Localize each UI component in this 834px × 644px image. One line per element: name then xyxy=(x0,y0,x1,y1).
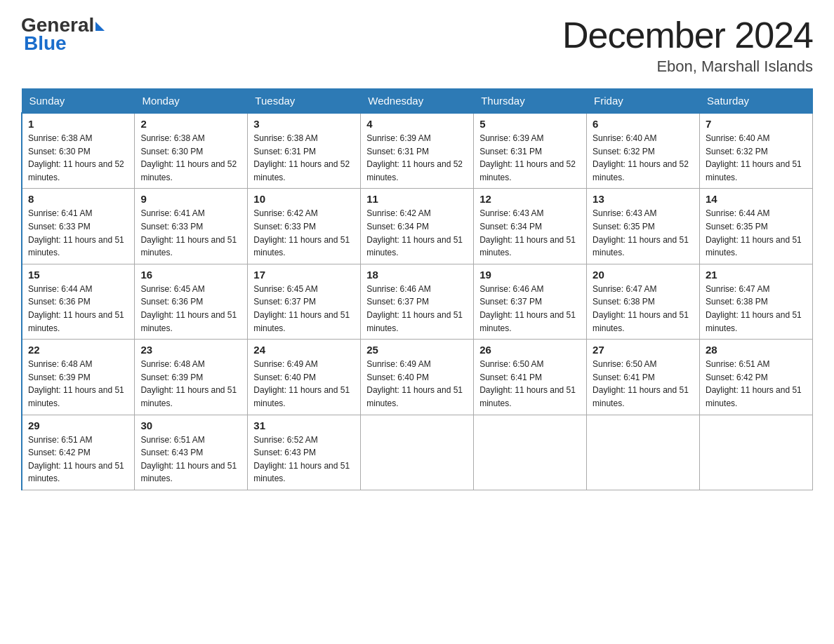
table-row xyxy=(700,415,813,490)
day-number: 29 xyxy=(28,420,128,431)
day-number: 12 xyxy=(479,193,581,205)
day-number: 14 xyxy=(706,193,807,205)
table-row: 9Sunrise: 6:41 AMSunset: 6:33 PMDaylight… xyxy=(135,189,248,264)
day-info: Sunrise: 6:49 AMSunset: 6:40 PMDaylight:… xyxy=(366,358,468,410)
table-row: 27Sunrise: 6:50 AMSunset: 6:41 PMDayligh… xyxy=(587,340,700,415)
page-header: General Blue December 2024 Ebon, Marshal… xyxy=(21,14,813,76)
day-info: Sunrise: 6:46 AMSunset: 6:37 PMDaylight:… xyxy=(479,283,581,335)
day-number: 6 xyxy=(593,118,694,130)
table-row: 29Sunrise: 6:51 AMSunset: 6:42 PMDayligh… xyxy=(22,415,135,490)
table-row: 8Sunrise: 6:41 AMSunset: 6:33 PMDaylight… xyxy=(22,189,135,264)
col-saturday: Saturday xyxy=(700,89,813,114)
day-info: Sunrise: 6:52 AMSunset: 6:43 PMDaylight:… xyxy=(253,434,355,485)
calendar-week-row: 1Sunrise: 6:38 AMSunset: 6:30 PMDaylight… xyxy=(22,113,813,189)
day-info: Sunrise: 6:50 AMSunset: 6:41 PMDaylight:… xyxy=(593,358,694,410)
calendar-week-row: 29Sunrise: 6:51 AMSunset: 6:42 PMDayligh… xyxy=(22,415,813,490)
day-info: Sunrise: 6:43 AMSunset: 6:34 PMDaylight:… xyxy=(479,207,581,259)
day-info: Sunrise: 6:48 AMSunset: 6:39 PMDaylight:… xyxy=(140,358,241,410)
table-row: 16Sunrise: 6:45 AMSunset: 6:36 PMDayligh… xyxy=(135,264,248,339)
day-info: Sunrise: 6:44 AMSunset: 6:36 PMDaylight:… xyxy=(28,283,128,335)
day-number: 21 xyxy=(706,269,807,281)
table-row: 5Sunrise: 6:39 AMSunset: 6:31 PMDaylight… xyxy=(474,113,587,189)
day-info: Sunrise: 6:40 AMSunset: 6:32 PMDaylight:… xyxy=(593,132,694,184)
table-row: 17Sunrise: 6:45 AMSunset: 6:37 PMDayligh… xyxy=(248,264,361,339)
col-friday: Friday xyxy=(587,89,700,114)
day-info: Sunrise: 6:40 AMSunset: 6:32 PMDaylight:… xyxy=(706,132,807,184)
table-row: 4Sunrise: 6:39 AMSunset: 6:31 PMDaylight… xyxy=(361,113,474,189)
day-info: Sunrise: 6:46 AMSunset: 6:37 PMDaylight:… xyxy=(366,283,468,335)
table-row: 7Sunrise: 6:40 AMSunset: 6:32 PMDaylight… xyxy=(700,113,813,189)
day-number: 27 xyxy=(593,344,694,356)
calendar-week-row: 22Sunrise: 6:48 AMSunset: 6:39 PMDayligh… xyxy=(22,340,813,415)
month-title: December 2024 xyxy=(562,14,813,56)
day-info: Sunrise: 6:47 AMSunset: 6:38 PMDaylight:… xyxy=(706,283,807,335)
day-number: 30 xyxy=(140,420,241,431)
table-row: 13Sunrise: 6:43 AMSunset: 6:35 PMDayligh… xyxy=(587,189,700,264)
day-info: Sunrise: 6:38 AMSunset: 6:30 PMDaylight:… xyxy=(140,132,241,184)
day-info: Sunrise: 6:51 AMSunset: 6:43 PMDaylight:… xyxy=(140,434,241,485)
table-row: 1Sunrise: 6:38 AMSunset: 6:30 PMDaylight… xyxy=(22,113,135,189)
day-number: 10 xyxy=(253,193,355,205)
col-tuesday: Tuesday xyxy=(248,89,361,114)
table-row xyxy=(474,415,587,490)
day-info: Sunrise: 6:45 AMSunset: 6:36 PMDaylight:… xyxy=(140,283,241,335)
day-number: 23 xyxy=(140,344,241,356)
day-number: 8 xyxy=(28,193,128,205)
day-info: Sunrise: 6:42 AMSunset: 6:34 PMDaylight:… xyxy=(366,207,468,259)
day-number: 11 xyxy=(366,193,468,205)
day-info: Sunrise: 6:51 AMSunset: 6:42 PMDaylight:… xyxy=(706,358,807,410)
table-row: 25Sunrise: 6:49 AMSunset: 6:40 PMDayligh… xyxy=(361,340,474,415)
day-number: 5 xyxy=(479,118,581,130)
day-number: 2 xyxy=(140,118,241,130)
day-info: Sunrise: 6:39 AMSunset: 6:31 PMDaylight:… xyxy=(366,132,468,184)
table-row: 6Sunrise: 6:40 AMSunset: 6:32 PMDaylight… xyxy=(587,113,700,189)
table-row: 31Sunrise: 6:52 AMSunset: 6:43 PMDayligh… xyxy=(248,415,361,490)
day-number: 25 xyxy=(366,344,468,356)
table-row: 20Sunrise: 6:47 AMSunset: 6:38 PMDayligh… xyxy=(587,264,700,339)
location-title: Ebon, Marshall Islands xyxy=(562,58,813,76)
day-number: 13 xyxy=(593,193,694,205)
col-monday: Monday xyxy=(135,89,248,114)
day-number: 15 xyxy=(28,269,128,281)
table-row: 21Sunrise: 6:47 AMSunset: 6:38 PMDayligh… xyxy=(700,264,813,339)
day-number: 16 xyxy=(140,269,241,281)
day-number: 22 xyxy=(28,344,128,356)
table-row xyxy=(361,415,474,490)
calendar-week-row: 15Sunrise: 6:44 AMSunset: 6:36 PMDayligh… xyxy=(22,264,813,339)
day-info: Sunrise: 6:45 AMSunset: 6:37 PMDaylight:… xyxy=(253,283,355,335)
calendar-table: Sunday Monday Tuesday Wednesday Thursday… xyxy=(21,88,813,490)
table-row: 28Sunrise: 6:51 AMSunset: 6:42 PMDayligh… xyxy=(700,340,813,415)
day-number: 18 xyxy=(366,269,468,281)
day-info: Sunrise: 6:38 AMSunset: 6:30 PMDaylight:… xyxy=(28,132,128,184)
table-row: 11Sunrise: 6:42 AMSunset: 6:34 PMDayligh… xyxy=(361,189,474,264)
day-number: 19 xyxy=(479,269,581,281)
calendar-week-row: 8Sunrise: 6:41 AMSunset: 6:33 PMDaylight… xyxy=(22,189,813,264)
table-row: 3Sunrise: 6:38 AMSunset: 6:31 PMDaylight… xyxy=(248,113,361,189)
day-info: Sunrise: 6:41 AMSunset: 6:33 PMDaylight:… xyxy=(140,207,241,259)
day-info: Sunrise: 6:48 AMSunset: 6:39 PMDaylight:… xyxy=(28,358,128,410)
day-number: 28 xyxy=(706,344,807,356)
table-row: 10Sunrise: 6:42 AMSunset: 6:33 PMDayligh… xyxy=(248,189,361,264)
table-row: 2Sunrise: 6:38 AMSunset: 6:30 PMDaylight… xyxy=(135,113,248,189)
day-info: Sunrise: 6:47 AMSunset: 6:38 PMDaylight:… xyxy=(593,283,694,335)
col-sunday: Sunday xyxy=(22,89,135,114)
table-row: 12Sunrise: 6:43 AMSunset: 6:34 PMDayligh… xyxy=(474,189,587,264)
day-number: 20 xyxy=(593,269,694,281)
day-info: Sunrise: 6:51 AMSunset: 6:42 PMDaylight:… xyxy=(28,434,128,485)
day-info: Sunrise: 6:42 AMSunset: 6:33 PMDaylight:… xyxy=(253,207,355,259)
table-row xyxy=(587,415,700,490)
day-info: Sunrise: 6:38 AMSunset: 6:31 PMDaylight:… xyxy=(253,132,355,184)
col-wednesday: Wednesday xyxy=(361,89,474,114)
day-info: Sunrise: 6:44 AMSunset: 6:35 PMDaylight:… xyxy=(706,207,807,259)
calendar-header-row: Sunday Monday Tuesday Wednesday Thursday… xyxy=(22,89,813,114)
logo: General Blue xyxy=(21,14,105,55)
day-number: 1 xyxy=(28,118,128,130)
day-number: 3 xyxy=(253,118,355,130)
logo-triangle-icon xyxy=(95,22,105,31)
day-info: Sunrise: 6:43 AMSunset: 6:35 PMDaylight:… xyxy=(593,207,694,259)
day-info: Sunrise: 6:50 AMSunset: 6:41 PMDaylight:… xyxy=(479,358,581,410)
table-row: 15Sunrise: 6:44 AMSunset: 6:36 PMDayligh… xyxy=(22,264,135,339)
day-number: 17 xyxy=(253,269,355,281)
logo-blue-text: Blue xyxy=(24,32,67,54)
day-number: 9 xyxy=(140,193,241,205)
